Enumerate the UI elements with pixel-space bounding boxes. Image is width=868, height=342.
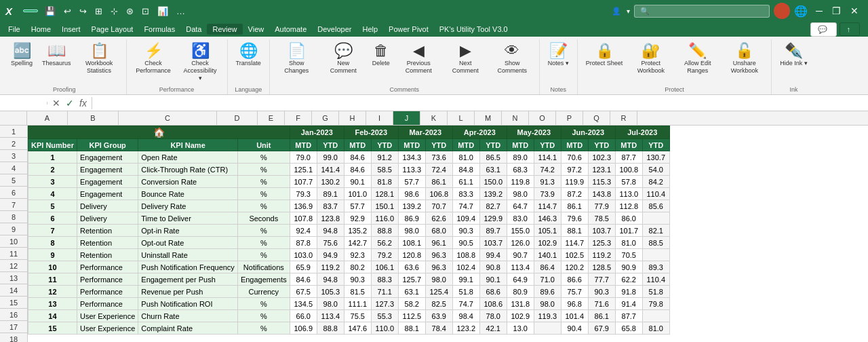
col-l[interactable]: L — [448, 111, 475, 125]
previous-comment-button[interactable]: ◀ Previous Comment — [396, 41, 441, 77]
show-changes-button[interactable]: 📄 Show Changes — [274, 41, 319, 77]
home-icon[interactable]: 🏠 — [153, 127, 165, 138]
chart-icon[interactable]: 📊 — [155, 5, 171, 18]
col-n[interactable]: N — [502, 111, 529, 125]
menu-review[interactable]: Review — [207, 24, 242, 35]
row-4[interactable]: 4 — [0, 162, 27, 174]
row-3[interactable]: 3 — [0, 150, 27, 162]
row-9[interactable]: 9 — [0, 223, 27, 235]
col-e[interactable]: E — [258, 111, 285, 125]
cancel-formula-icon[interactable]: ✕ — [50, 97, 62, 109]
row-18[interactable]: 18 — [0, 333, 27, 342]
row-11[interactable]: 11 — [0, 248, 27, 260]
row-10[interactable]: 10 — [0, 235, 27, 248]
row-8[interactable]: 8 — [0, 211, 27, 223]
user-icon: 👤 — [612, 7, 621, 16]
row-15[interactable]: 15 — [0, 297, 27, 309]
search-input[interactable] — [652, 7, 761, 15]
hide-ink-button[interactable]: ✒️ Hide Ink ▾ — [776, 41, 812, 70]
menu-help[interactable]: Help — [357, 24, 383, 35]
grid-icon[interactable]: ⊞ — [92, 5, 105, 18]
autosave-toggle[interactable] — [23, 10, 38, 12]
thesaurus-button[interactable]: 📖 Thesaurus — [38, 41, 75, 70]
menu-automate[interactable]: Automate — [269, 24, 312, 35]
next-comment-button[interactable]: ▶ Next Comment — [443, 41, 488, 77]
row-16[interactable]: 16 — [0, 309, 27, 321]
unshare-workbook-button[interactable]: 🔓 Unshare Workbook — [722, 41, 767, 77]
col-p[interactable]: P — [556, 111, 583, 125]
row-5[interactable]: 5 — [0, 174, 27, 187]
col-f[interactable]: F — [285, 111, 312, 125]
search-box[interactable]: 🔍 — [634, 5, 770, 18]
row-17[interactable]: 17 — [0, 321, 27, 333]
more-icon[interactable]: … — [174, 5, 188, 18]
col-b[interactable]: B — [68, 111, 119, 125]
share-button[interactable]: ↑ — [840, 22, 861, 36]
menu-power-pivot[interactable]: Power Pivot — [383, 24, 434, 35]
table-row: 15User ExperienceComplaint Rate%106.988.… — [28, 322, 670, 335]
menu-view[interactable]: View — [243, 24, 270, 35]
menu-formulas[interactable]: Formulas — [138, 24, 180, 35]
show-comments-icon: 👁 — [505, 43, 519, 58]
row-6[interactable]: 6 — [0, 187, 27, 199]
close-button[interactable]: ✕ — [846, 5, 863, 16]
col-m[interactable]: M — [475, 111, 502, 125]
save-icon[interactable]: 💾 — [42, 5, 58, 18]
delete-comment-button[interactable]: 🗑 Delete — [368, 41, 395, 70]
spreadsheet-grid[interactable]: 🏠 Jan-2023 Feb-2023 Mar-2023 Apr-2023 Ma… — [28, 126, 868, 342]
minimize-button[interactable]: ─ — [812, 5, 827, 16]
menu-developer[interactable]: Developer — [312, 24, 357, 35]
protect-workbook-button[interactable]: 🔐 Protect Workbook — [628, 41, 673, 77]
translate-button[interactable]: 🌐 Translate — [232, 41, 265, 70]
col-h[interactable]: H — [339, 111, 366, 125]
col-g[interactable]: G — [312, 111, 339, 125]
show-comments-button[interactable]: 👁 Show Comments — [490, 41, 535, 77]
add-account-icon[interactable]: 🌐 — [794, 5, 808, 18]
row-7[interactable]: 7 — [0, 199, 27, 211]
notes-button[interactable]: 📝 Notes ▾ — [544, 41, 573, 70]
col-k[interactable]: K — [420, 111, 448, 125]
row-14[interactable]: 14 — [0, 284, 27, 297]
row-1[interactable]: 1 — [0, 126, 27, 138]
col-c[interactable]: C — [119, 111, 217, 125]
col-r[interactable]: R — [610, 111, 637, 125]
table-row: 12PerformanceRevenue per PushCurrency67.… — [28, 286, 670, 298]
menu-insert[interactable]: Insert — [56, 24, 86, 35]
restore-button[interactable]: ❐ — [828, 5, 845, 16]
menu-file[interactable]: File — [3, 24, 26, 35]
spelling-button[interactable]: 🔤 Spelling — [7, 41, 37, 70]
row-2[interactable]: 2 — [0, 138, 27, 150]
check-accessibility-button[interactable]: ♿ Check Accessibility ▾ — [178, 41, 223, 84]
expand-icon[interactable]: ⊡ — [139, 5, 152, 18]
confirm-formula-icon[interactable]: ✓ — [64, 97, 76, 109]
allow-edit-ranges-button[interactable]: ✏️ Allow Edit Ranges — [675, 41, 720, 77]
col-j[interactable]: J — [393, 111, 420, 125]
cursor-icon[interactable]: ⊹ — [108, 5, 121, 18]
menu-pk-utility[interactable]: PK's Utility Tool V3.0 — [434, 24, 513, 35]
formula-input[interactable] — [92, 98, 868, 109]
cell-reference[interactable] — [0, 102, 47, 104]
menu-home[interactable]: Home — [26, 24, 56, 35]
menu-page-layout[interactable]: Page Layout — [86, 24, 139, 35]
table-row: 6DeliveryTime to DeliverSeconds107.8123.… — [28, 212, 670, 225]
protect-sheet-button[interactable]: 🔒 Protect Sheet — [582, 41, 627, 70]
undo-icon[interactable]: ↩ — [61, 5, 74, 18]
check-performance-button[interactable]: ⚡ Check Performance — [131, 41, 176, 77]
row-13[interactable]: 13 — [0, 272, 27, 284]
col-q[interactable]: Q — [583, 111, 610, 125]
more-tools-icon[interactable]: ⊛ — [123, 5, 136, 18]
menu-data[interactable]: Data — [180, 24, 207, 35]
table-row: 1EngagementOpen Rate%79.099.084.691.2134… — [28, 151, 670, 164]
new-comment-button[interactable]: 💬 New Comment — [321, 41, 366, 77]
table-row: 14User ExperienceChurn Rate%66.0113.475.… — [28, 310, 670, 322]
col-d[interactable]: D — [217, 111, 258, 125]
col-i[interactable]: I — [366, 111, 393, 125]
profile-avatar[interactable] — [774, 3, 790, 19]
workbook-statistics-button[interactable]: 📋 Workbook Statistics — [77, 41, 122, 77]
function-icon[interactable]: fx — [77, 97, 89, 109]
col-a[interactable]: A — [27, 111, 68, 125]
col-o[interactable]: O — [529, 111, 556, 125]
comments-button[interactable]: 💬 — [810, 22, 837, 37]
row-12[interactable]: 12 — [0, 260, 27, 272]
redo-icon[interactable]: ↪ — [77, 5, 90, 18]
